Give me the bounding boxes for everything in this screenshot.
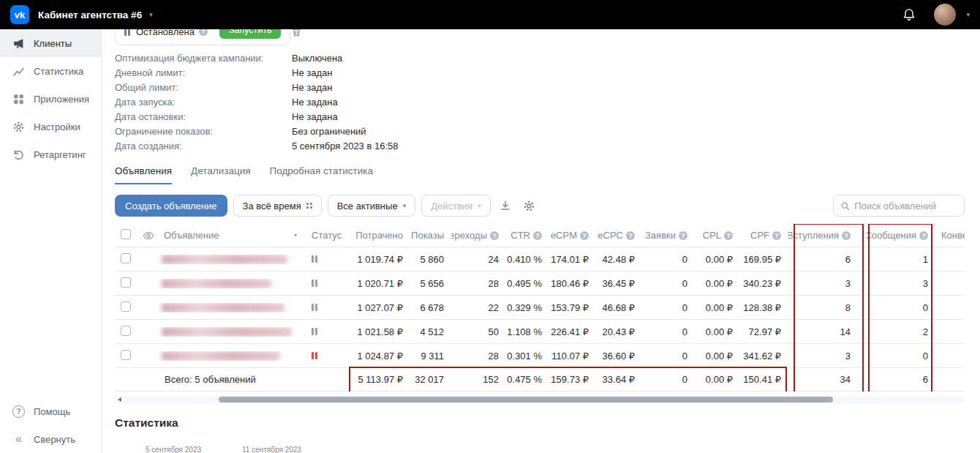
detail-label: Ограничение показов: (115, 124, 292, 139)
help-icon[interactable]: ? (724, 231, 733, 240)
ad-name-redacted[interactable] (162, 327, 292, 337)
cell-ecpc: 36.60 ₽ (596, 351, 642, 362)
status-help-icon[interactable]: ? (199, 29, 208, 36)
help-icon[interactable]: ? (679, 231, 687, 240)
row-checkbox[interactable] (121, 326, 131, 336)
sidebar-item-retargeting[interactable]: Ретаргетинг (0, 141, 101, 168)
pause-icon (312, 302, 319, 313)
column-shows[interactable]: Показы (410, 230, 451, 241)
column-leads[interactable]: Заявки? (642, 230, 695, 241)
help-icon[interactable]: ? (772, 231, 781, 240)
cell-spent: 1 027.07 ₽ (352, 302, 410, 313)
filter-label: Все активные (337, 201, 398, 211)
cell-joins: 3 (788, 278, 867, 289)
column-ctr[interactable]: CTR? (506, 230, 549, 241)
sidebar-item-collapse[interactable]: « Свернуть (0, 425, 101, 453)
sidebar-item-label: Помощь (34, 406, 70, 417)
help-icon[interactable]: ? (842, 231, 851, 240)
scrollbar-thumb[interactable] (219, 397, 833, 403)
select-all-checkbox[interactable] (121, 229, 131, 239)
download-icon (500, 200, 511, 211)
vk-logo-icon[interactable]: vk (10, 5, 29, 24)
totals-shows: 32 017 (410, 374, 451, 385)
user-avatar[interactable] (934, 4, 956, 26)
cell-ecpm: 180.46 ₽ (549, 278, 596, 289)
column-ad[interactable]: Объявление (159, 230, 294, 241)
table-row[interactable]: 1 020.71 ₽ 5 656 28 0.495 % 180.46 ₽ 36.… (115, 272, 965, 296)
ad-name-redacted[interactable] (162, 279, 271, 288)
sort-icon[interactable]: ▾ (294, 232, 297, 239)
sidebar-item-clients[interactable]: Клиенты (0, 29, 101, 57)
column-cpf[interactable]: CPF? (740, 230, 788, 241)
help-icon[interactable]: ? (533, 231, 542, 240)
status-filter-dropdown[interactable]: Все активные ▾ (328, 195, 415, 217)
sidebar-item-settings[interactable]: Настройки (0, 113, 101, 141)
cell-leads: 0 (642, 326, 695, 337)
notifications-bell-icon[interactable] (902, 7, 916, 22)
search-input[interactable] (854, 201, 957, 211)
sidebar-item-apps[interactable]: Приложения (0, 85, 101, 113)
table-settings-button[interactable] (520, 197, 538, 215)
delete-campaign-button[interactable] (291, 29, 302, 37)
cell-ecpc: 36.45 ₽ (596, 278, 642, 289)
row-checkbox[interactable] (121, 302, 131, 312)
trash-icon (291, 29, 302, 37)
sidebar-item-help[interactable]: ? Помощь (0, 397, 101, 425)
cabinet-title[interactable]: Кабинет агентства #6 (38, 10, 142, 20)
help-icon[interactable]: ? (919, 231, 928, 240)
tab-detailing[interactable]: Детализация (191, 165, 250, 184)
tabs-bar: Объявления Детализация Подробная статист… (115, 165, 980, 184)
cell-spent: 1 021.58 ₽ (352, 326, 410, 337)
detail-label: Дневной лимит: (115, 66, 292, 81)
period-select-button[interactable]: За всё время (233, 195, 322, 217)
column-clicks[interactable]: Переходы? (451, 230, 506, 241)
horizontal-scrollbar[interactable] (115, 396, 965, 403)
scrollbar-left-arrow-icon[interactable] (118, 397, 121, 402)
tab-ads[interactable]: Объявления (115, 165, 172, 184)
export-download-button[interactable] (497, 197, 514, 214)
cell-shows: 4 512 (410, 326, 451, 337)
column-cpl[interactable]: CPL? (695, 230, 740, 241)
ad-name-redacted[interactable] (162, 303, 284, 312)
table-row[interactable]: 1 019.74 ₽ 5 860 24 0.410 % 174.01 ₽ 42.… (115, 247, 965, 272)
help-icon[interactable]: ? (490, 231, 499, 240)
totals-messages: 6 (867, 374, 937, 385)
totals-spent: 5 113.97 ₽ (352, 374, 410, 385)
cell-shows: 9 311 (410, 351, 451, 362)
row-checkbox[interactable] (121, 277, 131, 288)
column-spent[interactable]: Потрачено (352, 230, 410, 241)
column-conversions[interactable]: Конве (937, 230, 965, 241)
paused-status-icon (124, 29, 132, 36)
column-ecpc[interactable]: eCPC? (596, 230, 642, 241)
table-row[interactable]: 1 024.87 ₽ 9 311 28 0.301 % 110.07 ₽ 36.… (115, 344, 965, 368)
totals-cpl: 0.00 ₽ (695, 374, 740, 385)
column-messages[interactable]: Сообщения? (867, 230, 937, 241)
column-joins[interactable]: Вступления? (788, 230, 867, 241)
avatar-chevron-down-icon[interactable]: ▾ (966, 12, 970, 18)
actions-dropdown[interactable]: Действия ▾ (421, 195, 491, 217)
totals-joins: 34 (788, 374, 867, 385)
detail-label: Дата остановки: (115, 110, 292, 124)
table-row[interactable]: 1 027.07 ₽ 6 678 22 0.329 % 153.79 ₽ 46.… (115, 296, 965, 320)
column-status[interactable]: Статус (307, 230, 352, 241)
sidebar-item-statistics[interactable]: Статистика (0, 57, 101, 85)
column-ecpm[interactable]: eCPM? (549, 230, 596, 241)
row-checkbox[interactable] (121, 253, 131, 263)
detail-label: Дата запуска: (115, 95, 292, 110)
ad-name-redacted[interactable] (162, 255, 287, 264)
help-icon[interactable]: ? (580, 231, 589, 240)
create-ad-button[interactable]: Создать объявление (115, 195, 227, 217)
table-row[interactable]: 1 021.58 ₽ 4 512 50 1.108 % 226.41 ₽ 20.… (115, 320, 965, 344)
axis-label: 11 сентября 2023 (242, 446, 301, 453)
row-checkbox[interactable] (121, 350, 131, 360)
help-icon[interactable]: ? (626, 231, 635, 240)
totals-label: Всего: 5 объявлений (115, 374, 352, 385)
campaign-details: Оптимизация бюджета кампании:Выключена Д… (115, 51, 980, 154)
tab-detailed-statistics[interactable]: Подробная статистика (270, 165, 373, 184)
start-campaign-button[interactable]: Запустить (219, 29, 282, 39)
retargeting-arrow-icon (12, 149, 25, 161)
collapse-icon: « (12, 433, 25, 446)
chevron-down-icon[interactable]: ▾ (149, 12, 153, 18)
ad-name-redacted[interactable] (162, 351, 280, 361)
campaign-status-panel: Остановлена ? Запустить (115, 29, 290, 45)
